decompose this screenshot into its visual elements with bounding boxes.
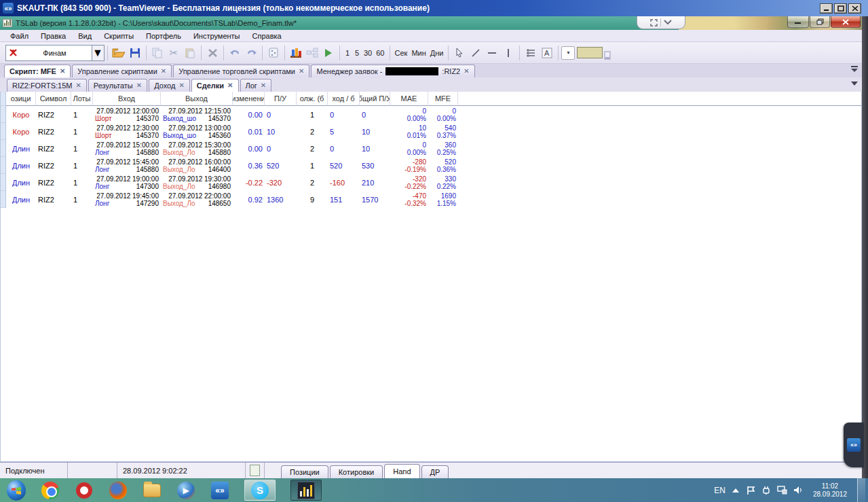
row-selector[interactable] (1, 191, 6, 208)
minimize-button[interactable] (820, 3, 833, 14)
timeframe-button-5[interactable]: 5 (352, 46, 362, 60)
menu-Правка[interactable]: Правка (35, 30, 72, 42)
power-plug-icon[interactable] (761, 486, 771, 495)
start-button[interactable] (7, 481, 26, 500)
main-tab-0[interactable]: Скрипт: MFE✕ (4, 65, 71, 77)
action-center-flag-icon[interactable] (746, 486, 755, 495)
cut-icon[interactable]: ✂ (166, 45, 182, 61)
page-settings-icon[interactable] (604, 51, 611, 60)
diagram-icon[interactable] (304, 45, 320, 61)
main-tab-1[interactable]: Управление скриптами✕ (72, 65, 172, 77)
paste-icon[interactable] (182, 45, 198, 61)
color-dropdown-arrow[interactable]: ▼ (561, 46, 575, 60)
timeframe-button-30[interactable]: 30 (362, 46, 374, 60)
open-icon[interactable] (111, 45, 127, 61)
column-header-6[interactable]: П/У (265, 92, 297, 106)
maximize-button[interactable] (834, 3, 847, 14)
fibo-levels-icon[interactable] (523, 45, 539, 61)
close-tab-icon[interactable]: ✕ (60, 68, 65, 75)
row-selector[interactable] (1, 157, 6, 174)
vertical-line-icon[interactable] (500, 45, 516, 61)
run-icon[interactable] (320, 45, 337, 61)
menu-Справка[interactable]: Справка (246, 30, 288, 42)
volume-icon[interactable] (793, 486, 803, 495)
close-tab-icon[interactable]: ✕ (75, 82, 81, 89)
subtab-list-dropdown-icon[interactable] (850, 81, 858, 86)
copy-icon[interactable] (149, 45, 166, 61)
close-tab-icon[interactable]: ✕ (161, 68, 166, 75)
status-tab-ДР[interactable]: ДР (421, 465, 449, 478)
close-tab-icon[interactable]: ✕ (178, 82, 184, 89)
explorer-icon[interactable] (143, 481, 162, 500)
status-tab-Позиции[interactable]: Позиции (281, 465, 328, 478)
column-header-0[interactable]: озици (6, 92, 36, 106)
chrome-icon[interactable] (41, 481, 60, 500)
skype-taskbar-button[interactable]: S (244, 480, 276, 501)
window-minimize-button[interactable] (787, 16, 809, 28)
sub-tab-3[interactable]: Сделки✕ (191, 79, 239, 92)
cursor-icon[interactable] (451, 45, 468, 61)
column-header-8[interactable]: ход / б (328, 92, 360, 106)
menu-Скрипты[interactable]: Скрипты (98, 30, 140, 42)
column-header-3[interactable]: Вход (93, 92, 161, 106)
chart-icon[interactable] (288, 45, 304, 61)
tslab-taskbar-button[interactable] (290, 480, 322, 501)
account-combobox[interactable]: Финам (5, 45, 92, 61)
menu-Портфель[interactable]: Портфель (140, 30, 187, 42)
color-swatch[interactable] (577, 47, 603, 58)
unit-button-Сек[interactable]: Сек (393, 46, 410, 60)
network-icon[interactable] (777, 486, 787, 495)
chevron-down-icon[interactable] (664, 20, 672, 25)
sub-tab-4[interactable]: Лог✕ (240, 79, 272, 92)
tab-list-pin-icon[interactable] (850, 66, 858, 73)
text-label-icon[interactable]: A (539, 45, 555, 61)
status-tab-Hand[interactable]: Hand (384, 464, 419, 478)
delete-icon[interactable] (204, 45, 221, 61)
column-header-5[interactable]: изменени (233, 92, 265, 106)
row-selector[interactable] (1, 140, 6, 157)
main-tab-3[interactable]: Менеджер заявок -:RIZ2✕ (311, 65, 474, 77)
unit-button-Мин[interactable]: Мин (409, 46, 428, 60)
horizontal-line-icon[interactable] (484, 45, 500, 61)
teamviewer-side-panel-handle[interactable]: «» (844, 423, 864, 467)
row-selector[interactable] (1, 123, 6, 140)
sub-tab-0[interactable]: RIZ2:FORTS:15M✕ (7, 79, 87, 92)
language-indicator[interactable]: EN (714, 486, 725, 495)
timeframe-button-1[interactable]: 1 (343, 46, 352, 60)
media-player-icon[interactable]: ▶ (176, 481, 195, 500)
opera-icon[interactable] (75, 481, 94, 500)
firefox-icon[interactable] (109, 481, 128, 500)
column-header-7[interactable]: олж. (б (297, 92, 328, 106)
sub-tab-2[interactable]: Доход✕ (149, 79, 190, 92)
taskbar-clock[interactable]: 11:02 28.09.2012 (809, 482, 851, 499)
teamviewer-panel-grip[interactable] (637, 16, 685, 29)
account-dropdown-arrow[interactable]: ▼ (92, 45, 105, 61)
row-selector[interactable] (1, 106, 6, 123)
close-tab-icon[interactable]: ✕ (136, 82, 142, 89)
close-tab-icon[interactable]: ✕ (299, 68, 304, 75)
status-tab-Котировки[interactable]: Котировки (330, 465, 383, 478)
close-tab-icon[interactable]: ✕ (261, 82, 266, 89)
window-restore-button[interactable] (810, 16, 830, 28)
show-desktop-button[interactable] (857, 478, 865, 502)
properties-icon[interactable] (265, 45, 282, 61)
menu-Файл[interactable]: Файл (4, 30, 35, 42)
trend-line-icon[interactable] (468, 45, 484, 61)
column-header-9[interactable]: бщий П/У (360, 92, 390, 106)
column-header-1[interactable]: Символ (36, 92, 71, 106)
close-tab-icon[interactable]: ✕ (227, 82, 233, 89)
teamviewer-taskbar-icon[interactable]: «» (210, 481, 229, 500)
save-icon[interactable] (127, 45, 143, 61)
close-tab-icon[interactable]: ✕ (464, 68, 469, 75)
expand-icon[interactable] (650, 19, 658, 26)
main-tab-2[interactable]: Управление торговлей скриптами✕ (173, 65, 309, 77)
sub-tab-1[interactable]: Результаты✕ (88, 79, 147, 92)
column-header-11[interactable]: MFE (428, 92, 458, 106)
timeframe-button-60[interactable]: 60 (374, 46, 386, 60)
column-header-10[interactable]: MAE (390, 92, 428, 106)
undo-icon[interactable] (227, 45, 243, 61)
unit-button-Дни[interactable]: Дни (428, 46, 446, 60)
menu-Инструменты[interactable]: Инструменты (187, 30, 246, 42)
menu-Вид[interactable]: Вид (72, 30, 98, 42)
grid-page-icon[interactable] (250, 465, 260, 476)
